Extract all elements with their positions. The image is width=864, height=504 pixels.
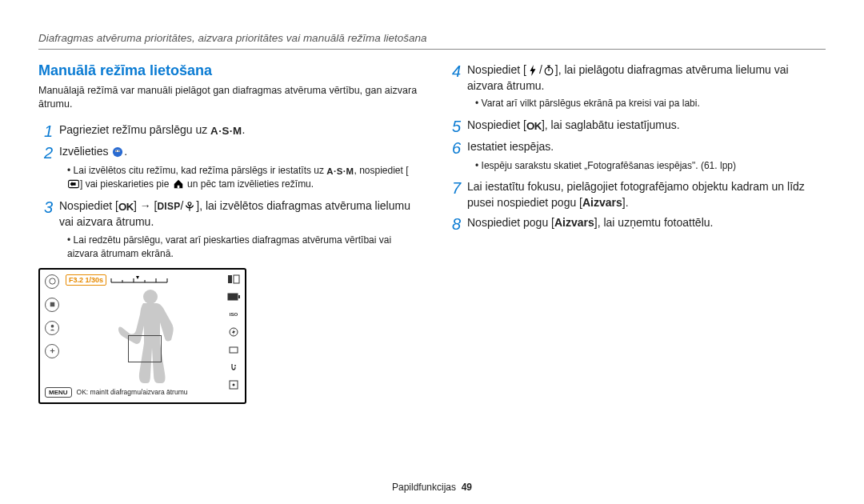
- step-body: Nospiediet pogu [Aizvars], lai uzņemtu f…: [467, 215, 826, 231]
- step-number: 6: [446, 140, 461, 156]
- svg-point-23: [234, 365, 236, 366]
- step-text-b: ] → [: [134, 199, 158, 212]
- menu-softkey: MENU: [45, 387, 72, 398]
- step-text-end: .: [242, 123, 246, 136]
- step-text-a: Nospiediet [: [467, 118, 526, 131]
- macro-icon: [183, 200, 196, 213]
- step-body: Iestatiet iespējas.: [467, 139, 826, 155]
- step-number: 7: [446, 180, 461, 196]
- macro-icon-svg: [184, 201, 195, 212]
- left-column: Manuālā režīma lietošana Manuālajā režīm…: [38, 62, 418, 404]
- camera-lcd-preview: F3.2 1/30s: [38, 268, 246, 404]
- disp-glyph: DISP: [157, 200, 180, 214]
- step-text-a: Lai iestatītu fokusu, pielāgojiet fotogr…: [467, 180, 805, 209]
- af-area-icon: [227, 380, 240, 390]
- bullet-text-b: , nospiediet [: [354, 165, 409, 176]
- ok-glyph: OK: [526, 119, 542, 134]
- two-column-layout: Manuālā režīma lietošana Manuālajā režīm…: [38, 62, 826, 404]
- flash-status-icon: [227, 327, 240, 337]
- back-icon: [67, 178, 80, 190]
- right-column: 4 Nospiediet [/], lai pielāgotu diafragm…: [446, 62, 826, 404]
- step-2: 2 Izvēlieties .: [38, 144, 418, 161]
- svg-rect-5: [177, 186, 179, 189]
- step-body: Lai iestatītu fokusu, pielāgojiet fotogr…: [467, 179, 826, 210]
- lcd-top-bar: F3.2 1/30s: [66, 274, 169, 286]
- step-4: 4 Nospiediet [/], lai pielāgotu diafragm…: [446, 62, 826, 94]
- asm-glyph: A·S·M: [210, 124, 242, 139]
- counter-icon: [227, 274, 240, 284]
- step-7: 7 Lai iestatītu fokusu, pielāgojiet foto…: [446, 179, 826, 210]
- shutter-key-label: Aizvars: [582, 196, 622, 209]
- step-body: Nospiediet [OK] → [DISP/], lai izvēlētos…: [59, 198, 418, 230]
- bullet-item: Iespēju sarakstu skatiet „Fotografēšanas…: [475, 159, 826, 173]
- step-number: 3: [38, 199, 53, 215]
- svg-point-16: [50, 325, 54, 328]
- step-body: Izvēlieties .: [59, 144, 418, 160]
- bullet-text-c: ] vai pieskarieties pie: [80, 178, 172, 190]
- step-body: Pagrieziet režīmu pārslēgu uz A·S·M.: [59, 122, 418, 139]
- step-4-bullets: Varat arī vilkt pārslēgus ekrānā pa krei…: [446, 97, 826, 110]
- manual-page: Diafragmas atvēruma prioritātes, aizvara…: [0, 0, 864, 404]
- step-body: Nospiediet [OK], lai saglabātu iestatīju…: [467, 118, 826, 134]
- step-number: 8: [446, 216, 461, 232]
- bullet-item: Varat arī vilkt pārslēgus ekrānā pa krei…: [475, 97, 826, 110]
- asm-glyph: A·S·M: [326, 165, 354, 178]
- ok-glyph: OK: [118, 200, 134, 215]
- svg-rect-15: [50, 302, 54, 307]
- lcd-round-icon: [45, 321, 59, 335]
- af-focus-box: [128, 335, 162, 362]
- lcd-round-icon: [45, 344, 59, 358]
- battery-icon: [227, 292, 240, 302]
- step-6: 6 Iestatiet iespējas.: [446, 139, 826, 156]
- bullet-item: Lai redzētu pārslēgu, varat arī pieskart…: [67, 234, 418, 262]
- lcd-mode-icon: [45, 274, 59, 289]
- back-icon-svg: [68, 178, 79, 190]
- ev-scale: [110, 276, 169, 284]
- step-text-a: Nospiediet pogu [: [467, 216, 554, 229]
- home-icon: [172, 178, 185, 190]
- page-number: 49: [462, 482, 472, 493]
- aperture-shutter-readout: F3.2 1/30s: [66, 274, 106, 286]
- step-text: Pagrieziet režīmu pārslēgu uz: [59, 123, 210, 136]
- svg-rect-20: [238, 295, 240, 298]
- shutter-key-label: Aizvars: [554, 216, 594, 229]
- stabilizer-icon: [227, 362, 240, 372]
- step-text: Izvēlieties: [59, 145, 111, 158]
- svg-point-25: [233, 383, 235, 386]
- step-6-bullets: Iespēju sarakstu skatiet „Fotografēšanas…: [446, 159, 826, 173]
- step-3-bullets: Lai redzētu pārslēgu, varat arī pieskart…: [38, 234, 418, 262]
- mode-mask-icon: [111, 146, 124, 158]
- lcd-right-icons: ISO: [227, 274, 240, 390]
- step-text-b: ], lai uzņemtu fotoattēlu.: [594, 216, 714, 229]
- footer-label: Papildfunkcijas: [392, 482, 456, 493]
- home-icon-svg: [173, 178, 184, 190]
- lcd-bottom-bar: MENU OK: mainīt diafragmu/aizvara ātrumu: [45, 387, 187, 398]
- step-2-bullets: Lai izvēlētos citu režīmu, kad režīma pā…: [38, 164, 418, 192]
- step-1: 1 Pagrieziet režīmu pārslēgu uz A·S·M.: [38, 122, 418, 139]
- step-text-b: ].: [622, 196, 629, 209]
- svg-marker-13: [136, 276, 139, 279]
- header-rule: [38, 49, 826, 50]
- step-text-a: Nospiediet [: [59, 199, 118, 212]
- bullet-text-a: Lai izvēlētos citu režīmu, kad režīma pā…: [74, 165, 327, 176]
- step-text-end: .: [124, 145, 127, 158]
- step-number: 1: [38, 123, 53, 139]
- step-number: 4: [446, 63, 461, 79]
- step-number: 2: [38, 145, 53, 161]
- svg-point-26: [143, 290, 158, 304]
- svg-rect-19: [228, 293, 238, 300]
- step-number: 5: [446, 118, 461, 134]
- mask-icon-svg: [112, 146, 123, 158]
- lcd-left-icons: [45, 274, 59, 358]
- intro-paragraph: Manuālajā režīmā var manuāli pielāgot ga…: [38, 84, 418, 111]
- svg-point-2: [116, 150, 118, 152]
- svg-point-3: [118, 150, 120, 152]
- bullet-text-d: un pēc tam izvēlieties režīmu.: [185, 178, 314, 190]
- bullet-item: Lai izvēlētos citu režīmu, kad režīma pā…: [67, 164, 418, 192]
- step-text-b: ], lai saglabātu iestatījumus.: [542, 118, 680, 131]
- lcd-round-icon: [45, 298, 59, 312]
- iso-icon: ISO: [227, 310, 240, 319]
- step-text-a: Nospiediet [: [467, 63, 526, 76]
- step-body: Nospiediet [/], lai pielāgotu diafragmas…: [467, 62, 826, 94]
- svg-rect-17: [228, 275, 232, 283]
